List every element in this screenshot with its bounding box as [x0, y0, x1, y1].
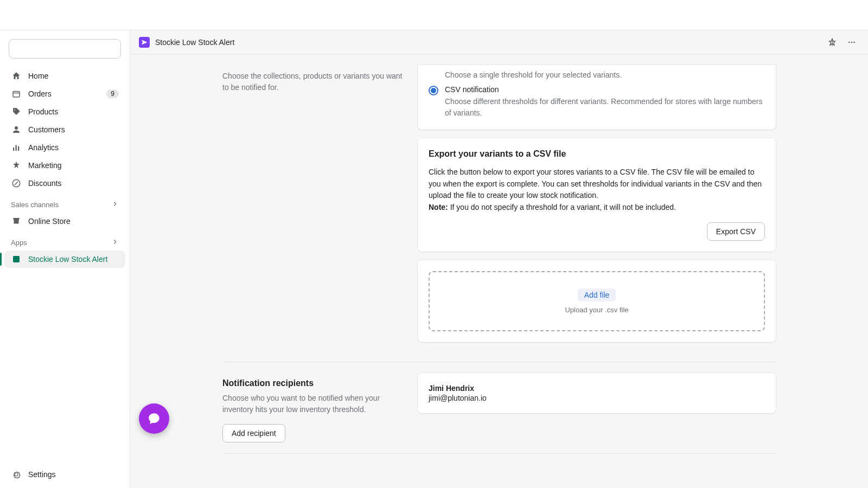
notification-type-card: Choose a single threshold for your selec… — [418, 65, 776, 130]
sidebar-item-label: Analytics — [28, 143, 119, 152]
radio-csv-desc: Choose different thresholds for differen… — [445, 96, 765, 119]
chat-support-button[interactable] — [139, 403, 169, 434]
chevron-right-icon — [111, 238, 119, 247]
sidebar-item-settings[interactable]: Settings — [4, 466, 125, 483]
chevron-right-icon — [111, 200, 119, 209]
radio-simple-desc: Choose a single threshold for your selec… — [445, 69, 765, 81]
recipient-name: Jimi Hendrix — [429, 384, 765, 393]
sidebar-section-apps[interactable]: Apps — [4, 230, 125, 251]
sidebar-item-orders[interactable]: Orders 9 — [4, 85, 125, 102]
export-note-text: If you do not specify a threshold for a … — [448, 203, 676, 211]
upload-csv-card: Add file Upload your .csv file — [418, 260, 776, 342]
radio-icon — [429, 86, 438, 95]
section-divider — [222, 453, 776, 454]
gear-icon — [11, 469, 22, 480]
sidebar: Home Orders 9 Products Customers Analyti… — [0, 0, 130, 488]
svg-point-2 — [851, 41, 853, 43]
export-note-label: Note: — [429, 203, 448, 211]
add-file-button[interactable]: Add file — [578, 288, 616, 301]
pin-button[interactable] — [825, 35, 840, 50]
sidebar-item-online-store[interactable]: Online Store — [4, 213, 125, 230]
marketing-icon — [11, 160, 22, 171]
sidebar-item-label: Discounts — [28, 179, 119, 188]
app-icon — [11, 254, 22, 265]
app-title: Stockie Low Stock Alert — [155, 38, 825, 47]
add-recipient-button[interactable]: Add recipient — [222, 424, 285, 442]
app-logo-icon — [139, 37, 150, 48]
sidebar-item-products[interactable]: Products — [4, 103, 125, 120]
recipient-card: Jimi Hendrix jimi@plutonian.io — [418, 373, 776, 413]
orders-badge: 9 — [106, 89, 119, 98]
search-input[interactable] — [9, 39, 121, 59]
radio-simple-notification[interactable]: Choose a single threshold for your selec… — [429, 69, 765, 81]
svg-point-3 — [853, 41, 855, 43]
svg-rect-7 — [16, 145, 17, 151]
sidebar-item-label: Stockie Low Stock Alert — [28, 255, 119, 264]
sidebar-item-analytics[interactable]: Analytics — [4, 139, 125, 156]
home-icon — [11, 70, 22, 81]
sidebar-item-stockie[interactable]: Stockie Low Stock Alert — [4, 251, 125, 268]
export-csv-card: Export your variants to a CSV file Click… — [418, 138, 776, 252]
sidebar-item-discounts[interactable]: Discounts — [4, 175, 125, 192]
sidebar-item-label: Marketing — [28, 161, 119, 170]
svg-rect-4 — [13, 92, 20, 98]
more-button[interactable] — [844, 35, 859, 50]
recipient-email: jimi@plutonian.io — [429, 394, 765, 402]
sidebar-item-label: Online Store — [28, 217, 119, 226]
products-icon — [11, 106, 22, 117]
recipients-section-title: Notification recipients — [222, 378, 407, 388]
sidebar-section-sales-channels[interactable]: Sales channels — [4, 192, 125, 213]
sidebar-item-label: Settings — [28, 470, 119, 479]
export-card-body: Click the button below to export your st… — [429, 168, 762, 200]
radio-csv-notification[interactable]: CSV notification Choose different thresh… — [429, 85, 765, 119]
app-header: Stockie Low Stock Alert — [130, 30, 868, 54]
export-card-title: Export your variants to a CSV file — [429, 149, 765, 159]
svg-point-5 — [15, 126, 18, 130]
discounts-icon — [11, 178, 22, 189]
svg-rect-8 — [18, 146, 19, 151]
file-dropzone[interactable]: Add file Upload your .csv file — [429, 271, 765, 331]
sidebar-item-label: Customers — [28, 125, 119, 134]
sidebar-item-label: Products — [28, 107, 119, 116]
recipients-section-desc: Choose who you want to be notified when … — [222, 393, 407, 415]
section-divider — [222, 362, 776, 362]
sidebar-item-customers[interactable]: Customers — [4, 121, 125, 138]
analytics-icon — [11, 142, 22, 153]
svg-rect-10 — [13, 256, 20, 262]
top-bar — [0, 0, 868, 30]
customers-icon — [11, 124, 22, 135]
dropzone-hint: Upload your .csv file — [446, 306, 748, 314]
export-csv-button[interactable]: Export CSV — [707, 222, 765, 241]
section-label: Sales channels — [11, 201, 59, 209]
orders-icon — [11, 88, 22, 99]
section-label: Apps — [11, 239, 27, 247]
sidebar-item-label: Home — [28, 72, 119, 80]
sidebar-item-home[interactable]: Home — [4, 67, 125, 85]
main-content: Choose the collections, products or vari… — [130, 0, 868, 488]
store-icon — [11, 216, 22, 227]
radio-csv-label: CSV notification — [445, 85, 765, 94]
sidebar-item-label: Orders — [28, 89, 106, 98]
svg-rect-6 — [13, 147, 14, 151]
svg-point-1 — [848, 41, 850, 43]
products-section-desc: Choose the collections, products or vari… — [222, 70, 407, 93]
sidebar-item-marketing[interactable]: Marketing — [4, 157, 125, 174]
